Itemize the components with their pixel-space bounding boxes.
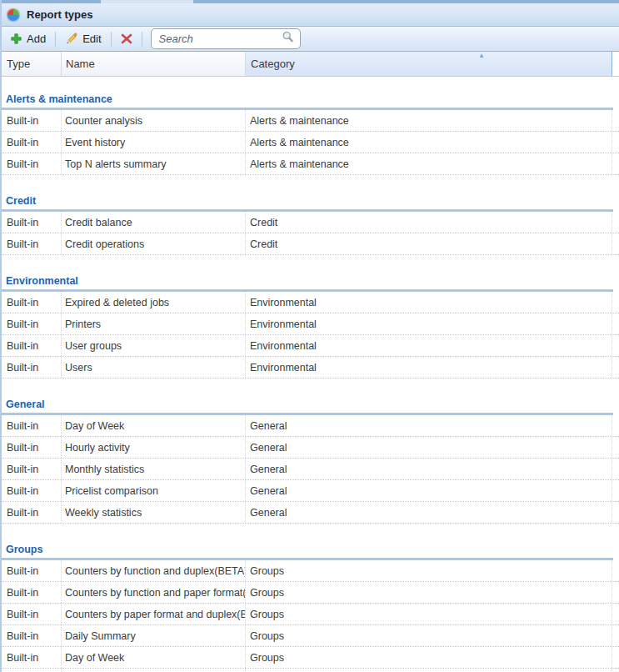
group-credit: CreditBuilt-inCredit balanceCreditBuilt-…: [0, 175, 619, 255]
cell-name: Counter analysis: [62, 110, 246, 131]
cell-name: Top N alerts summary: [62, 153, 246, 174]
cell-type: Built-in: [0, 132, 62, 153]
table-row[interactable]: Built-inHourly activityGeneral: [0, 437, 619, 459]
table-row[interactable]: Built-inCounters by function and duplex(…: [0, 560, 619, 582]
sort-ascending-icon: ▲: [478, 52, 485, 59]
cell-type: Built-in: [0, 335, 62, 356]
column-header-name[interactable]: Name: [62, 52, 246, 76]
cell-type: Built-in: [0, 110, 62, 131]
cell-category: Credit: [246, 233, 612, 254]
cell-name: Monthly statistics: [62, 459, 246, 479]
cell-name: Pricelist comparison: [62, 480, 246, 501]
group-gap: [0, 379, 619, 397]
cell-name: Event history: [62, 132, 246, 153]
group-header-groups: Groups: [0, 542, 619, 558]
cell-type: Built-in: [0, 604, 62, 624]
window-title: Report types: [27, 8, 92, 21]
cell-category: Groups: [246, 647, 612, 668]
table-row-partial[interactable]: [0, 669, 619, 672]
group-gap: [0, 524, 619, 542]
delete-button[interactable]: [115, 31, 138, 47]
cell-category: Environmental: [246, 357, 612, 378]
cell-type: Built-in: [0, 502, 62, 523]
table-row[interactable]: Built-inPricelist comparisonGeneral: [0, 480, 619, 502]
cell-type: Built-in: [0, 212, 62, 233]
cell-name: Day of Week: [62, 647, 246, 668]
cell-category: Credit: [246, 212, 612, 233]
cell-name: Credit balance: [62, 212, 246, 233]
table-row[interactable]: Built-inMonthly statisticsGeneral: [0, 459, 619, 480]
cell-type: Built-in: [0, 459, 62, 479]
table-row[interactable]: Built-inExpired & deleted jobsEnvironmen…: [0, 292, 619, 313]
cell-name: Expired & deleted jobs: [62, 292, 246, 313]
cell-category: Alerts & maintenance: [246, 153, 612, 174]
cell-type: Built-in: [0, 357, 62, 378]
table-row[interactable]: Built-inUser groupsEnvironmental: [0, 335, 619, 357]
table-row[interactable]: Built-inCounters by paper format and dup…: [0, 604, 619, 625]
group-groups: GroupsBuilt-inCounters by function and d…: [0, 524, 619, 669]
cell-category: Environmental: [246, 335, 612, 356]
cell-category: General: [246, 502, 612, 523]
search-icon: [282, 31, 294, 47]
cell-category: Environmental: [246, 292, 612, 313]
group-gap: [0, 175, 619, 193]
cell-category: General: [246, 437, 612, 458]
cell-type: Built-in: [0, 480, 62, 501]
toolbar-separator: [55, 32, 56, 47]
table-row[interactable]: Built-inEvent historyAlerts & maintenanc…: [0, 132, 619, 153]
search-box: [151, 28, 301, 49]
search-input[interactable]: [152, 33, 282, 45]
table-row[interactable]: Built-inCredit operationsCredit: [0, 233, 619, 255]
add-button[interactable]: Add: [5, 30, 52, 48]
cell-category: General: [246, 459, 612, 479]
group-alerts-maintenance: Alerts & maintenanceBuilt-inCounter anal…: [0, 77, 619, 175]
cell-type: Built-in: [0, 437, 62, 458]
cell-name: Day of Week: [62, 415, 246, 436]
cell-category: Alerts & maintenance: [246, 110, 612, 131]
edit-button[interactable]: Edit: [59, 30, 107, 48]
add-button-label: Add: [27, 33, 46, 45]
cell-type: Built-in: [0, 582, 62, 603]
cell-category: Environmental: [246, 313, 612, 334]
table-row[interactable]: Built-inDay of WeekGeneral: [0, 415, 619, 437]
group-gap: [0, 77, 619, 92]
cell-type: Built-in: [0, 625, 62, 646]
cell-type: Built-in: [0, 233, 62, 254]
cell-name: [62, 669, 246, 672]
cell-name: Counters by function and duplex(BETA): [62, 560, 246, 581]
table-row[interactable]: Built-inWeekly statisticsGeneral: [0, 502, 619, 524]
table-row[interactable]: Built-inDay of WeekGroups: [0, 647, 619, 669]
table-row[interactable]: Built-inPrintersEnvironmental: [0, 313, 619, 335]
cell-category: General: [246, 415, 612, 436]
table-row[interactable]: Built-inCredit balanceCredit: [0, 212, 619, 233]
table-row[interactable]: Built-inCounters by function and paper f…: [0, 582, 619, 604]
title-bar: Report types: [0, 3, 619, 27]
table-row[interactable]: Built-inTop N alerts summaryAlerts & mai…: [0, 153, 619, 175]
group-environmental: EnvironmentalBuilt-inExpired & deleted j…: [0, 255, 619, 379]
cell-type: [0, 669, 62, 672]
edit-button-label: Edit: [82, 33, 101, 45]
group-header-alerts-maintenance: Alerts & maintenance: [0, 92, 619, 108]
cell-name: Counters by paper format and duplex(BETA…: [62, 604, 246, 624]
window-left-border: [0, 0, 2, 672]
column-header-type[interactable]: Type: [0, 52, 62, 76]
pie-chart-icon: [7, 8, 20, 22]
column-header-name-label: Name: [66, 58, 95, 70]
cell-category: Groups: [246, 604, 612, 624]
group-header-general: General: [0, 397, 619, 413]
table-row[interactable]: Built-inUsersEnvironmental: [0, 357, 619, 379]
report-types-grid: Alerts & maintenanceBuilt-inCounter anal…: [0, 77, 619, 672]
cell-category: Alerts & maintenance: [246, 132, 612, 153]
delete-x-icon: [121, 33, 132, 44]
table-row[interactable]: Built-inDaily SummaryGroups: [0, 625, 619, 647]
cell-category: Groups: [246, 625, 612, 646]
table-row[interactable]: Built-inCounter analysisAlerts & mainten…: [0, 110, 619, 132]
group-header-credit: Credit: [0, 193, 619, 209]
group-general: GeneralBuilt-inDay of WeekGeneralBuilt-i…: [0, 379, 619, 524]
column-header-category-label: Category: [251, 58, 295, 70]
column-header-category[interactable]: Category ▲: [246, 52, 612, 76]
cell-name: Daily Summary: [62, 625, 246, 646]
report-types-window: Report types Add Edit: [0, 0, 619, 672]
cell-type: Built-in: [0, 153, 62, 174]
cell-type: Built-in: [0, 647, 62, 668]
